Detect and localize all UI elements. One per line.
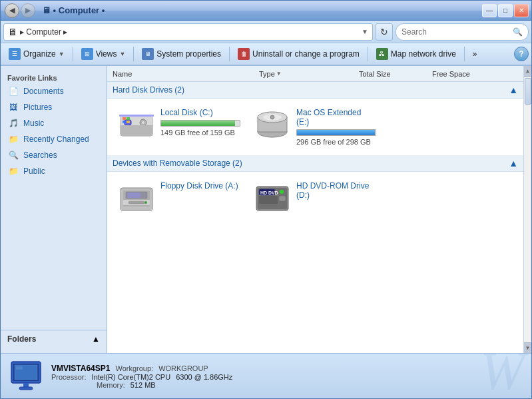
separator-5 <box>464 47 465 61</box>
col-total-size[interactable]: Total Size <box>359 70 432 78</box>
title-bar: ◀ ▶ 🖥 • Computer • — □ ✕ <box>1 1 531 21</box>
removable-collapse[interactable]: ▲ <box>509 158 518 169</box>
drive-d[interactable]: HD DVD HD DVD-ROM Drive (D:) <box>248 177 382 217</box>
title-bar-left: ◀ ▶ 🖥 • Computer • <box>5 3 105 18</box>
processor-speed: 6300 @ 1.86GHz <box>176 373 232 381</box>
back-button[interactable]: ◀ <box>5 3 19 18</box>
col-type[interactable]: Type ▼ <box>259 70 359 78</box>
address-box[interactable]: 🖥 ▸ Computer ▸ ▼ <box>3 23 373 41</box>
drive-a[interactable]: Floppy Disk Drive (A:) <box>113 177 246 217</box>
svg-rect-10 <box>127 121 130 123</box>
sidebar-item-music[interactable]: 🎵 Music <box>1 115 107 131</box>
maximize-button[interactable]: □ <box>498 4 513 17</box>
drive-e-info: Mac OS Extended (E:) 296 GB free of 298 … <box>296 108 376 146</box>
drive-d-icon: HD DVD <box>254 181 291 213</box>
views-icon: ⊞ <box>81 48 93 60</box>
title-window-controls: — □ ✕ <box>482 4 529 17</box>
drive-c-icon <box>118 108 155 140</box>
more-button[interactable]: » <box>467 45 483 63</box>
drive-a-info: Floppy Disk Drive (A:) <box>160 181 240 193</box>
svg-rect-20 <box>129 201 144 204</box>
sidebar-item-searches[interactable]: 🔍 Searches <box>1 147 107 163</box>
drive-c-free: 149 GB free of 159 GB <box>160 129 240 137</box>
file-list: Name Type ▼ Total Size Free Space Hard D… <box>107 66 523 353</box>
svg-rect-29 <box>279 196 286 201</box>
separator-1 <box>73 47 73 61</box>
hard-disk-title: Hard Disk Drives (2) <box>113 85 184 95</box>
minimize-button[interactable]: — <box>482 4 497 17</box>
address-bar: 🖥 ▸ Computer ▸ ▼ ↻ 🔍 <box>1 21 531 43</box>
toolbar: ☰ Organize ▼ ⊞ Views ▼ 🖥 System properti… <box>1 43 531 66</box>
col-free-space[interactable]: Free Space <box>432 70 518 78</box>
column-headers: Name Type ▼ Total Size Free Space <box>107 66 523 82</box>
drive-e-bar-bg <box>296 129 376 136</box>
views-button[interactable]: ⊞ Views ▼ <box>76 45 131 63</box>
refresh-button[interactable]: ↻ <box>376 23 393 41</box>
status-info: VMVISTA64SP1 Workgroup: WORKGROUP Proces… <box>51 364 523 389</box>
memory-label: Memory: <box>97 381 125 389</box>
sidebar-spacer <box>1 179 107 330</box>
status-line-3: Memory: 512 MB <box>51 381 523 389</box>
drive-e[interactable]: Mac OS Extended (E:) 296 GB free of 298 … <box>248 104 382 150</box>
computer-name: VMVISTA64SP1 <box>51 364 110 373</box>
svg-text:HD DVD: HD DVD <box>260 191 278 195</box>
computer-icon: 🖥 <box>8 27 17 37</box>
breadcrumb: 🖥 • Computer • <box>42 5 105 15</box>
sidebar-item-pictures[interactable]: 🖼 Pictures <box>1 99 107 115</box>
workgroup-label: Workgroup: <box>115 364 153 372</box>
sidebar-item-recently-changed[interactable]: 📁 Recently Changed <box>1 131 107 147</box>
drive-e-bar-fill <box>297 130 375 135</box>
scroll-up-button[interactable]: ▲ <box>524 66 532 77</box>
organize-button[interactable]: ☰ Organize ▼ <box>3 45 70 63</box>
drive-a-icon <box>118 181 155 213</box>
address-dropdown[interactable]: ▼ <box>362 28 368 35</box>
separator-3 <box>229 47 230 61</box>
status-line-1: VMVISTA64SP1 Workgroup: WORKGROUP <box>51 364 523 373</box>
drive-c-name: Local Disk (C:) <box>160 108 240 117</box>
search-icon[interactable]: 🔍 <box>513 27 523 37</box>
map-drive-icon: 🖧 <box>376 48 388 60</box>
hard-disk-drives-grid: Local Disk (C:) 149 GB free of 159 GB <box>107 99 523 155</box>
drive-c[interactable]: Local Disk (C:) 149 GB free of 159 GB <box>113 104 246 150</box>
map-drive-button[interactable]: 🖧 Map network drive <box>371 45 461 63</box>
processor-label: Processor: <box>51 373 87 381</box>
svg-rect-21 <box>127 193 140 198</box>
svg-point-4 <box>142 121 144 124</box>
scroll-thumb[interactable] <box>525 78 531 105</box>
removable-drives-grid: Floppy Disk Drive (A:) <box>107 172 523 222</box>
hard-disk-collapse[interactable]: ▲ <box>509 85 518 95</box>
svg-rect-5 <box>121 125 152 136</box>
svg-point-28 <box>280 190 284 194</box>
search-input[interactable] <box>401 27 510 37</box>
system-properties-button[interactable]: 🖥 System properties <box>136 45 226 63</box>
scroll-track <box>524 77 532 342</box>
hard-disk-header: Hard Disk Drives (2) ▲ <box>107 82 523 99</box>
memory-value: 512 MB <box>131 381 156 389</box>
removable-header: Devices with Removable Storage (2) ▲ <box>107 155 523 172</box>
scroll-down-button[interactable]: ▼ <box>524 342 532 353</box>
processor-value: Intel(R) Core(TM)2 CPU <box>92 373 171 381</box>
drive-e-icon <box>254 108 291 140</box>
main-window: ◀ ▶ 🖥 • Computer • — □ ✕ 🖥 ▸ Computer ▸ … <box>0 0 532 399</box>
views-dropdown-arrow: ▼ <box>119 51 125 57</box>
drive-c-info: Local Disk (C:) 149 GB free of 159 GB <box>160 108 240 137</box>
uninstall-button[interactable]: 🗑 Uninstall or change a program <box>232 45 365 63</box>
folders-section[interactable]: Folders ▲ <box>1 330 107 348</box>
documents-icon: 📄 <box>7 85 19 97</box>
forward-button[interactable]: ▶ <box>21 3 35 18</box>
drive-e-name: Mac OS Extended (E:) <box>296 108 376 127</box>
music-icon: 🎵 <box>7 117 19 129</box>
favorite-links-title: Favorite Links <box>1 71 107 83</box>
col-name[interactable]: Name <box>113 70 259 78</box>
scrollbar[interactable]: ▲ ▼ <box>523 66 531 353</box>
help-button[interactable]: ? <box>514 47 529 61</box>
search-box[interactable]: 🔍 <box>396 23 529 41</box>
type-sort-arrow: ▼ <box>276 71 282 77</box>
removable-section: Devices with Removable Storage (2) ▲ <box>107 155 523 222</box>
system-icon: 🖥 <box>142 48 154 60</box>
uninstall-icon: 🗑 <box>238 48 250 60</box>
close-button[interactable]: ✕ <box>514 4 529 17</box>
pictures-icon: 🖼 <box>7 101 19 113</box>
sidebar-item-documents[interactable]: 📄 Documents <box>1 83 107 99</box>
sidebar-item-public[interactable]: 📁 Public <box>1 163 107 179</box>
